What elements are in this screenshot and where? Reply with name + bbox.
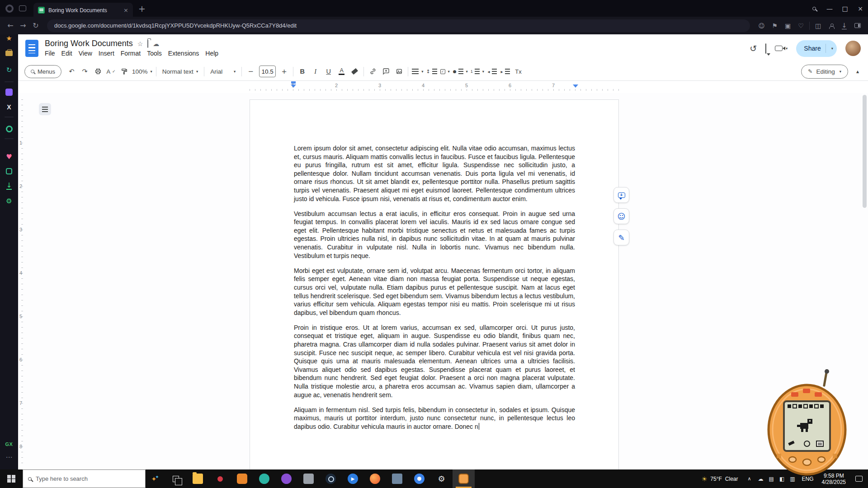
taskbar-app-steam[interactable]: [320, 469, 342, 488]
menu-edit[interactable]: Edit: [58, 49, 75, 58]
cloud-status-icon[interactable]: ☁: [153, 41, 159, 47]
taskbar-app-settings[interactable]: ⚙: [430, 469, 453, 488]
tray-icon-security[interactable]: ▤: [766, 476, 777, 482]
checklist-button[interactable]: ✓▾: [439, 65, 452, 78]
menu-help[interactable]: Help: [202, 49, 222, 58]
decrease-indent-button[interactable]: ◂: [486, 65, 499, 78]
pin-icon[interactable]: ⚑: [769, 20, 781, 32]
tray-icon-network[interactable]: ◧: [777, 476, 787, 482]
comments-icon[interactable]: [765, 44, 766, 53]
tray-expand-chevron[interactable]: ∧: [744, 476, 755, 482]
document-page[interactable]: Lorem ipsum dolor sit amet, consectetur …: [250, 99, 619, 469]
tab-close-icon[interactable]: ×: [123, 7, 128, 14]
styles-select[interactable]: Normal text▾: [159, 65, 202, 78]
doc-paragraph[interactable]: Lorem ipsum dolor sit amet, consectetur …: [294, 144, 575, 203]
clear-formatting-button[interactable]: Tx: [512, 65, 525, 78]
extensions-icon[interactable]: ◫: [812, 20, 824, 32]
add-comment-button[interactable]: [379, 65, 392, 78]
menu-format[interactable]: Format: [118, 49, 144, 58]
first-line-indent-marker[interactable]: [291, 81, 296, 84]
workspaces-icon[interactable]: [3, 47, 15, 59]
star-icon[interactable]: ☆: [137, 41, 143, 47]
menus-search-button[interactable]: Menus: [24, 65, 61, 78]
doc-paragraph[interactable]: Proin in tristique eros. Ut at lorem var…: [294, 324, 575, 399]
maximize-button[interactable]: □: [837, 0, 853, 17]
taskbar-weather[interactable]: ☀ 75°F Clear: [696, 475, 744, 483]
print-button[interactable]: [91, 65, 104, 78]
increase-indent-button[interactable]: ▸: [499, 65, 512, 78]
sidebar-panel-icon[interactable]: [851, 20, 863, 32]
taskbar-app-folder[interactable]: [386, 469, 408, 488]
virtual-pet-widget[interactable]: [767, 368, 847, 476]
search-highlights-icon[interactable]: ✦✦: [146, 469, 165, 488]
reload-button[interactable]: ↻: [30, 20, 42, 32]
new-tab-button[interactable]: +: [138, 4, 146, 14]
version-history-icon[interactable]: ↺: [750, 44, 757, 53]
snapshot-icon[interactable]: ▣: [782, 20, 794, 32]
language-indicator[interactable]: ENG: [798, 476, 818, 482]
taskbar-app-firefox[interactable]: [364, 469, 386, 488]
emoji-reaction-button[interactable]: ☺: [613, 208, 629, 224]
doc-paragraph[interactable]: Morbi eget est vulputate, ornare sem id,…: [294, 267, 575, 317]
menu-extensions[interactable]: Extensions: [165, 49, 202, 58]
docs-logo-icon[interactable]: [25, 40, 38, 57]
account-avatar[interactable]: [845, 41, 861, 56]
gx-logo-label[interactable]: GX: [0, 441, 18, 447]
font-size-input[interactable]: 10.5: [259, 66, 276, 77]
suggest-edits-button[interactable]: ✎: [613, 230, 629, 245]
taskbar-app-gray[interactable]: [297, 469, 320, 488]
share-button[interactable]: Share ▾: [796, 40, 837, 57]
document-outline-button[interactable]: [39, 103, 51, 115]
sidebar-overflow-icon[interactable]: ⋯: [3, 451, 15, 463]
start-button[interactable]: [0, 469, 23, 488]
zoom-select[interactable]: 100%▾: [131, 65, 154, 78]
font-size-decrease-button[interactable]: −: [244, 65, 257, 78]
doc-paragraph[interactable]: Vestibulum accumsan lectus a erat iaculi…: [294, 210, 575, 260]
taskbar-search-box[interactable]: Type here to search: [23, 469, 146, 488]
align-button[interactable]: ▾: [410, 65, 425, 78]
tray-icon-volume[interactable]: ▥: [787, 476, 797, 482]
taskbar-app-browser[interactable]: [408, 469, 430, 488]
browser-logo-icon[interactable]: [5, 5, 14, 13]
menu-view[interactable]: View: [75, 49, 95, 58]
taskbar-app-purple[interactable]: [275, 469, 297, 488]
taskbar-app-pet-active[interactable]: [453, 469, 475, 488]
browser-tab[interactable]: Boring Work Documents ×: [33, 3, 133, 18]
tray-icon-cloud[interactable]: ☁: [755, 476, 766, 482]
gx-corner-icon[interactable]: [3, 165, 15, 177]
menu-tools[interactable]: Tools: [144, 49, 165, 58]
numbered-list-button[interactable]: 1▾: [469, 65, 486, 78]
taskbar-app-opera-gx[interactable]: [209, 469, 231, 488]
url-field[interactable]: docs.google.com/document/d/1kvdsq1RcpjYX…: [47, 19, 750, 32]
taskbar-app-teal[interactable]: [253, 469, 275, 488]
bookmark-heart-icon[interactable]: ♡: [795, 20, 807, 32]
underline-button[interactable]: U: [322, 65, 335, 78]
workspace-icon[interactable]: [19, 5, 26, 11]
profile-icon[interactable]: [825, 20, 837, 32]
speed-dial-icon[interactable]: ★: [3, 33, 15, 44]
right-indent-marker[interactable]: [573, 84, 578, 88]
doc-paragraph[interactable]: Aliquam in fermentum nisl. Sed turpis fe…: [294, 406, 575, 431]
document-title[interactable]: Boring Work Documents: [45, 39, 133, 48]
undo-button[interactable]: ↶: [65, 65, 78, 78]
paint-format-button[interactable]: [118, 65, 131, 78]
share-caret-icon[interactable]: ▾: [831, 46, 833, 51]
downloads-icon[interactable]: ↓: [838, 20, 850, 32]
x-app-icon[interactable]: X: [3, 101, 15, 113]
menu-file[interactable]: File: [42, 49, 58, 58]
emoji-panel-icon[interactable]: ☺: [755, 20, 768, 32]
task-view-button[interactable]: [165, 469, 187, 488]
line-spacing-button[interactable]: ↕: [425, 65, 438, 78]
horizontal-ruler[interactable]: 1 2 3 4 5 6 7: [18, 81, 868, 93]
insert-image-button[interactable]: [392, 65, 406, 78]
meet-icon[interactable]: ▾: [775, 46, 788, 51]
sidebar-settings-icon[interactable]: ⚙: [3, 195, 15, 207]
sidebar-downloads-icon[interactable]: ↓: [3, 180, 15, 192]
font-select[interactable]: Arial▾: [207, 65, 239, 78]
text-color-button[interactable]: A: [335, 65, 348, 78]
spellcheck-button[interactable]: A✓: [104, 65, 118, 78]
bulleted-list-button[interactable]: ●▾: [452, 65, 469, 78]
taskbar-app-file-explorer[interactable]: [187, 469, 209, 488]
forward-button[interactable]: →: [17, 20, 29, 32]
font-size-increase-button[interactable]: +: [278, 65, 291, 78]
